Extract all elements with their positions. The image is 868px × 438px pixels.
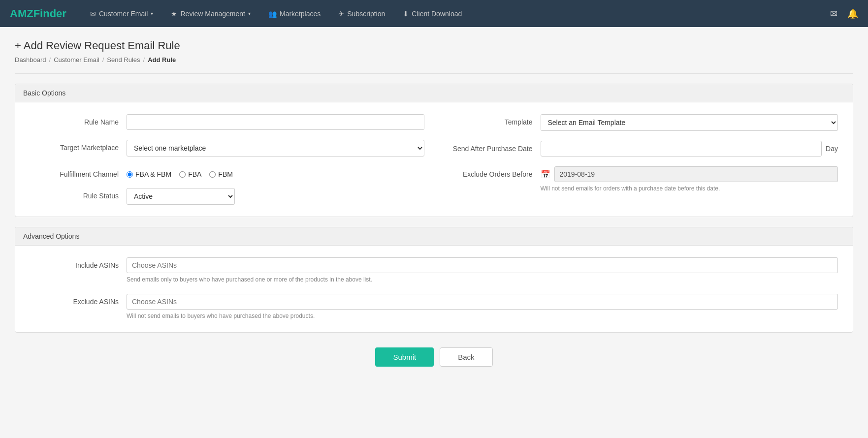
button-row: Submit Back [15, 347, 853, 367]
email-icon: ✉ [90, 10, 96, 18]
send-after-label: Send After Purchase Date [444, 141, 533, 153]
fba-fbm-option[interactable]: FBA & FBM [127, 170, 171, 178]
fba-option[interactable]: FBA [179, 170, 201, 178]
nav-subscription[interactable]: ✈ Subscription [329, 0, 394, 27]
nav-marketplaces[interactable]: 👥 Marketplaces [259, 0, 329, 27]
exclude-orders-wrap: 📅 2019-08-19 Will not send emails for or… [541, 166, 838, 193]
include-asins-row: Include ASINs Send emails only to buyers… [30, 257, 838, 284]
bell-icon-button[interactable]: 🔔 [847, 8, 858, 19]
users-icon: 👥 [268, 10, 277, 18]
nav-review-management[interactable]: ★ Review Management ▾ [162, 0, 259, 27]
rule-name-row: Rule Name [30, 114, 424, 130]
navbar: AMZFinder ✉ Customer Email ▾ ★ Review Ma… [0, 0, 868, 27]
download-icon: ⬇ [403, 10, 409, 18]
breadcrumb-customer-email[interactable]: Customer Email [54, 56, 99, 63]
nav-right: ✉ 🔔 [830, 8, 858, 19]
include-asins-wrap: Send emails only to buyers who have purc… [127, 257, 838, 284]
mail-icon-button[interactable]: ✉ [830, 8, 837, 19]
exclude-asins-row: Exclude ASINs Will not send emails to bu… [30, 294, 838, 320]
basic-options-card: Basic Options Rule Name Target Marketpla… [15, 84, 853, 217]
left-column: Rule Name Target Marketplace Select one … [30, 114, 424, 205]
exclude-asins-label: Exclude ASINs [30, 294, 119, 306]
breadcrumb: Dashboard / Customer Email / Send Rules … [15, 56, 853, 63]
fulfillment-channel-wrap: FBA & FBM FBA FBM [127, 166, 424, 178]
exclude-orders-row: Exclude Orders Before 📅 2019-08-19 Will … [444, 166, 838, 193]
fulfillment-channel-row: Fulfillment Channel FBA & FBM FBA [30, 166, 424, 178]
send-after-row: Send After Purchase Date Day [444, 141, 838, 156]
fba-radio[interactable] [179, 171, 186, 178]
fulfillment-radio-group: FBA & FBM FBA FBM [127, 166, 424, 178]
rule-name-wrap [127, 114, 424, 130]
plane-icon: ✈ [338, 10, 344, 18]
exclude-asins-input[interactable] [127, 294, 838, 310]
breadcrumb-dashboard[interactable]: Dashboard [15, 56, 46, 63]
exclude-orders-label: Exclude Orders Before [444, 166, 533, 178]
send-after-input[interactable] [541, 141, 822, 156]
send-after-wrap: Day [541, 141, 838, 156]
rule-status-select[interactable]: Active Inactive [127, 188, 235, 205]
nav-client-download[interactable]: ⬇ Client Download [394, 0, 471, 27]
template-wrap: Select an Email Template [541, 114, 838, 131]
rule-name-label: Rule Name [30, 114, 119, 126]
day-input-group: Day [541, 141, 838, 156]
fulfillment-channel-label: Fulfillment Channel [30, 166, 119, 178]
template-label: Template [444, 114, 533, 126]
divider [15, 73, 853, 74]
breadcrumb-current: Add Rule [148, 56, 176, 63]
logo[interactable]: AMZFinder [10, 7, 66, 20]
rule-name-input[interactable] [127, 114, 424, 130]
right-column: Template Select an Email Template Send A… [444, 114, 838, 205]
chevron-down-icon: ▾ [248, 11, 251, 16]
breadcrumb-send-rules[interactable]: Send Rules [107, 56, 140, 63]
advanced-options-header: Advanced Options [15, 227, 853, 246]
target-marketplace-select[interactable]: Select one marketplace [127, 140, 424, 156]
rule-status-wrap: Active Inactive [127, 188, 424, 205]
target-marketplace-row: Target Marketplace Select one marketplac… [30, 140, 424, 156]
basic-options-grid: Rule Name Target Marketplace Select one … [30, 114, 838, 205]
nav-customer-email[interactable]: ✉ Customer Email ▾ [81, 0, 162, 27]
basic-options-header: Basic Options [15, 84, 853, 102]
exclude-asins-wrap: Will not send emails to buyers who have … [127, 294, 838, 320]
template-select[interactable]: Select an Email Template [541, 114, 838, 131]
advanced-options-card: Advanced Options Include ASINs Send emai… [15, 227, 853, 333]
fbm-option[interactable]: FBM [209, 170, 233, 178]
day-label: Day [826, 145, 838, 153]
basic-options-body: Rule Name Target Marketplace Select one … [15, 102, 853, 217]
star-icon: ★ [171, 10, 177, 18]
include-asins-label: Include ASINs [30, 257, 119, 269]
back-button[interactable]: Back [440, 347, 492, 367]
fbm-radio[interactable] [209, 171, 216, 178]
page-content: + Add Review Request Email Rule Dashboar… [0, 27, 868, 396]
calendar-icon[interactable]: 📅 [541, 170, 550, 179]
include-asins-hint: Send emails only to buyers who have purc… [127, 276, 838, 284]
rule-status-label: Rule Status [30, 188, 119, 200]
rule-status-row: Rule Status Active Inactive [30, 188, 424, 205]
chevron-down-icon: ▾ [151, 11, 153, 16]
advanced-options-body: Include ASINs Send emails only to buyers… [15, 246, 853, 332]
fba-fbm-radio[interactable] [127, 171, 133, 178]
nav-items: ✉ Customer Email ▾ ★ Review Management ▾… [81, 0, 830, 27]
exclude-asins-hint: Will not send emails to buyers who have … [127, 312, 838, 320]
template-row: Template Select an Email Template [444, 114, 838, 131]
exclude-orders-hint: Will not send emails for orders with a p… [541, 185, 838, 193]
exclude-date-field: 2019-08-19 [554, 166, 838, 182]
target-marketplace-label: Target Marketplace [30, 140, 119, 152]
submit-button[interactable]: Submit [375, 347, 434, 367]
include-asins-input[interactable] [127, 257, 838, 273]
page-title: + Add Review Request Email Rule [15, 39, 853, 52]
date-input-group: 📅 2019-08-19 [541, 166, 838, 182]
target-marketplace-wrap: Select one marketplace [127, 140, 424, 156]
